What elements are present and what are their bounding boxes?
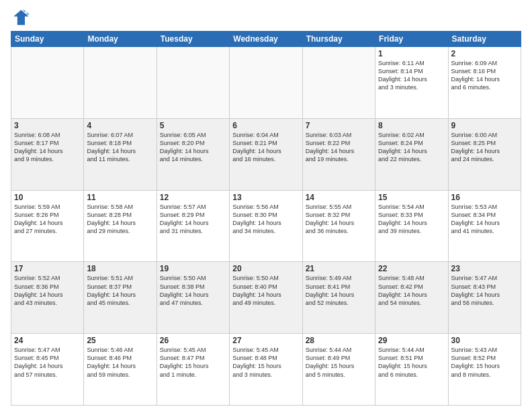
day-info: Sunrise: 5:57 AM Sunset: 8:29 PM Dayligh… <box>160 203 226 236</box>
day-number: 7 <box>306 121 372 130</box>
day-info: Sunrise: 6:09 AM Sunset: 8:16 PM Dayligh… <box>451 59 518 92</box>
calendar-header-thursday: Thursday <box>302 32 375 47</box>
calendar-table: SundayMondayTuesdayWednesdayThursdayFrid… <box>11 31 521 406</box>
calendar-cell: 2Sunrise: 6:09 AM Sunset: 8:16 PM Daylig… <box>448 47 521 119</box>
day-number: 8 <box>378 121 445 130</box>
day-info: Sunrise: 5:46 AM Sunset: 8:46 PM Dayligh… <box>87 346 153 379</box>
calendar-cell: 8Sunrise: 6:02 AM Sunset: 8:24 PM Daylig… <box>375 118 448 190</box>
day-number: 21 <box>306 264 372 273</box>
calendar-header-row: SundayMondayTuesdayWednesdayThursdayFrid… <box>11 32 521 47</box>
day-info: Sunrise: 5:45 AM Sunset: 8:47 PM Dayligh… <box>160 346 226 379</box>
day-info: Sunrise: 5:51 AM Sunset: 8:37 PM Dayligh… <box>87 274 153 307</box>
calendar-cell: 9Sunrise: 6:00 AM Sunset: 8:25 PM Daylig… <box>448 118 521 190</box>
calendar-cell: 21Sunrise: 5:49 AM Sunset: 8:41 PM Dayli… <box>302 262 375 334</box>
calendar-cell: 11Sunrise: 5:58 AM Sunset: 8:28 PM Dayli… <box>84 190 157 262</box>
calendar-cell: 28Sunrise: 5:44 AM Sunset: 8:49 PM Dayli… <box>302 334 375 406</box>
day-number: 20 <box>232 264 299 273</box>
header <box>11 8 521 27</box>
day-number: 22 <box>378 264 445 273</box>
calendar-header-sunday: Sunday <box>11 32 84 47</box>
calendar-cell: 26Sunrise: 5:45 AM Sunset: 8:47 PM Dayli… <box>157 334 229 406</box>
day-number: 29 <box>378 336 445 345</box>
day-info: Sunrise: 6:02 AM Sunset: 8:24 PM Dayligh… <box>378 131 445 164</box>
day-info: Sunrise: 5:47 AM Sunset: 8:43 PM Dayligh… <box>451 274 518 307</box>
calendar-cell: 22Sunrise: 5:48 AM Sunset: 8:42 PM Dayli… <box>375 262 448 334</box>
calendar-cell <box>11 47 84 119</box>
calendar-cell: 5Sunrise: 6:05 AM Sunset: 8:20 PM Daylig… <box>157 118 229 190</box>
calendar-row-4: 24Sunrise: 5:47 AM Sunset: 8:45 PM Dayli… <box>11 334 521 406</box>
calendar-cell: 7Sunrise: 6:03 AM Sunset: 8:22 PM Daylig… <box>302 118 375 190</box>
day-number: 15 <box>378 193 445 202</box>
day-number: 19 <box>160 264 226 273</box>
day-info: Sunrise: 5:55 AM Sunset: 8:32 PM Dayligh… <box>306 203 372 236</box>
calendar-cell: 4Sunrise: 6:07 AM Sunset: 8:18 PM Daylig… <box>84 118 157 190</box>
day-number: 6 <box>232 121 299 130</box>
day-info: Sunrise: 6:11 AM Sunset: 8:14 PM Dayligh… <box>378 59 445 92</box>
logo-icon <box>11 8 30 27</box>
calendar-cell <box>230 47 302 119</box>
day-info: Sunrise: 5:48 AM Sunset: 8:42 PM Dayligh… <box>378 274 445 307</box>
day-number: 11 <box>87 193 153 202</box>
day-info: Sunrise: 5:44 AM Sunset: 8:51 PM Dayligh… <box>378 346 445 379</box>
day-number: 24 <box>14 336 81 345</box>
calendar-cell: 13Sunrise: 5:56 AM Sunset: 8:30 PM Dayli… <box>230 190 302 262</box>
calendar-cell: 24Sunrise: 5:47 AM Sunset: 8:45 PM Dayli… <box>11 334 84 406</box>
calendar-cell: 25Sunrise: 5:46 AM Sunset: 8:46 PM Dayli… <box>84 334 157 406</box>
calendar-cell: 27Sunrise: 5:45 AM Sunset: 8:48 PM Dayli… <box>230 334 302 406</box>
day-number: 13 <box>232 193 299 202</box>
day-number: 10 <box>14 193 81 202</box>
calendar-header-friday: Friday <box>375 32 448 47</box>
day-number: 1 <box>378 49 445 58</box>
calendar-cell <box>157 47 229 119</box>
calendar-header-monday: Monday <box>84 32 157 47</box>
day-number: 27 <box>232 336 299 345</box>
day-number: 5 <box>160 121 226 130</box>
calendar-cell: 20Sunrise: 5:50 AM Sunset: 8:40 PM Dayli… <box>230 262 302 334</box>
day-info: Sunrise: 5:47 AM Sunset: 8:45 PM Dayligh… <box>14 346 81 379</box>
calendar-cell: 30Sunrise: 5:43 AM Sunset: 8:52 PM Dayli… <box>448 334 521 406</box>
day-info: Sunrise: 5:53 AM Sunset: 8:34 PM Dayligh… <box>451 203 518 236</box>
calendar-cell: 17Sunrise: 5:52 AM Sunset: 8:36 PM Dayli… <box>11 262 84 334</box>
day-info: Sunrise: 6:08 AM Sunset: 8:17 PM Dayligh… <box>14 131 81 164</box>
day-info: Sunrise: 5:50 AM Sunset: 8:38 PM Dayligh… <box>160 274 226 307</box>
day-info: Sunrise: 6:05 AM Sunset: 8:20 PM Dayligh… <box>160 131 226 164</box>
calendar-cell: 3Sunrise: 6:08 AM Sunset: 8:17 PM Daylig… <box>11 118 84 190</box>
calendar-cell: 1Sunrise: 6:11 AM Sunset: 8:14 PM Daylig… <box>375 47 448 119</box>
calendar-cell: 14Sunrise: 5:55 AM Sunset: 8:32 PM Dayli… <box>302 190 375 262</box>
calendar-cell: 29Sunrise: 5:44 AM Sunset: 8:51 PM Dayli… <box>375 334 448 406</box>
calendar-row-1: 3Sunrise: 6:08 AM Sunset: 8:17 PM Daylig… <box>11 118 521 190</box>
day-info: Sunrise: 6:00 AM Sunset: 8:25 PM Dayligh… <box>451 131 518 164</box>
day-info: Sunrise: 5:52 AM Sunset: 8:36 PM Dayligh… <box>14 274 81 307</box>
day-number: 12 <box>160 193 226 202</box>
day-info: Sunrise: 5:44 AM Sunset: 8:49 PM Dayligh… <box>306 346 372 379</box>
day-number: 4 <box>87 121 153 130</box>
day-info: Sunrise: 5:56 AM Sunset: 8:30 PM Dayligh… <box>232 203 299 236</box>
calendar-header-tuesday: Tuesday <box>157 32 229 47</box>
day-number: 23 <box>451 264 518 273</box>
day-number: 3 <box>14 121 81 130</box>
calendar-cell: 23Sunrise: 5:47 AM Sunset: 8:43 PM Dayli… <box>448 262 521 334</box>
day-info: Sunrise: 5:59 AM Sunset: 8:26 PM Dayligh… <box>14 203 81 236</box>
calendar-header-saturday: Saturday <box>448 32 521 47</box>
calendar-row-3: 17Sunrise: 5:52 AM Sunset: 8:36 PM Dayli… <box>11 262 521 334</box>
calendar-cell: 6Sunrise: 6:04 AM Sunset: 8:21 PM Daylig… <box>230 118 302 190</box>
calendar-cell: 16Sunrise: 5:53 AM Sunset: 8:34 PM Dayli… <box>448 190 521 262</box>
logo <box>11 8 32 27</box>
day-info: Sunrise: 6:04 AM Sunset: 8:21 PM Dayligh… <box>232 131 299 164</box>
day-number: 28 <box>306 336 372 345</box>
page: SundayMondayTuesdayWednesdayThursdayFrid… <box>0 0 532 411</box>
day-info: Sunrise: 6:07 AM Sunset: 8:18 PM Dayligh… <box>87 131 153 164</box>
day-info: Sunrise: 5:49 AM Sunset: 8:41 PM Dayligh… <box>306 274 372 307</box>
day-info: Sunrise: 5:50 AM Sunset: 8:40 PM Dayligh… <box>232 274 299 307</box>
calendar-cell: 18Sunrise: 5:51 AM Sunset: 8:37 PM Dayli… <box>84 262 157 334</box>
day-number: 25 <box>87 336 153 345</box>
day-info: Sunrise: 5:54 AM Sunset: 8:33 PM Dayligh… <box>378 203 445 236</box>
calendar-header-wednesday: Wednesday <box>230 32 302 47</box>
day-number: 30 <box>451 336 518 345</box>
calendar-row-0: 1Sunrise: 6:11 AM Sunset: 8:14 PM Daylig… <box>11 47 521 119</box>
calendar-cell <box>84 47 157 119</box>
day-number: 9 <box>451 121 518 130</box>
calendar-cell: 19Sunrise: 5:50 AM Sunset: 8:38 PM Dayli… <box>157 262 229 334</box>
day-number: 17 <box>14 264 81 273</box>
calendar-cell: 15Sunrise: 5:54 AM Sunset: 8:33 PM Dayli… <box>375 190 448 262</box>
